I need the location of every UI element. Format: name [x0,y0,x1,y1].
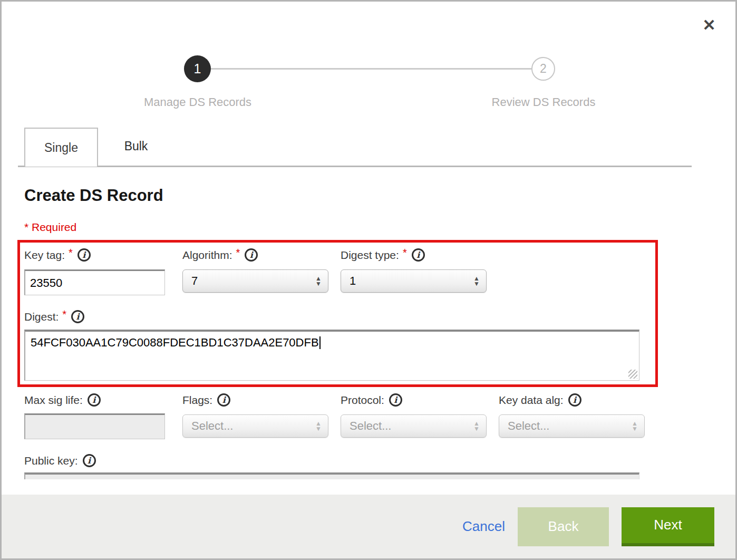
flags-select[interactable]: Select... ▲ ▼ [182,414,328,438]
select-arrows-icon: ▲ ▼ [632,421,638,431]
info-icon-glyph: i [573,396,576,404]
required-asterisk: * [69,247,73,259]
public-key-label-row: Public key: i [24,454,96,467]
info-icon[interactable]: i [389,393,402,407]
required-asterisk: * [236,247,240,259]
close-icon[interactable]: ✕ [699,14,720,35]
info-icon-glyph: i [76,313,80,321]
create-ds-record-modal: ✕ 1 2 Manage DS Records Review DS Record… [0,0,737,560]
info-icon[interactable]: i [88,393,101,407]
digest-type-label-row: Digest type: * i [341,248,425,262]
modal-footer: Cancel Back Next [2,495,735,558]
info-icon-glyph: i [82,251,85,259]
arrow-down-icon: ▼ [473,281,480,286]
required-asterisk: * [62,308,66,321]
max-sig-life-label: Max sig life: [24,394,83,407]
protocol-label: Protocol: [341,394,384,407]
step-2-circle: 2 [531,57,555,81]
key-tag-label: Key tag: [24,249,65,262]
max-sig-life-input[interactable] [24,413,165,439]
arrow-down-icon: ▼ [315,426,322,431]
info-icon[interactable]: i [71,310,84,323]
digest-type-select[interactable]: 1 ▲ ▼ [341,269,487,293]
text-caret [319,336,321,349]
select-arrows-icon: ▲ ▼ [473,421,480,431]
info-icon[interactable]: i [412,248,425,262]
flags-label: Flags: [182,394,212,407]
algorithm-label: Algorithm: [182,249,232,262]
key-tag-label-row: Key tag: * i [24,248,91,262]
algorithm-select[interactable]: 7 ▲ ▼ [182,269,328,293]
info-icon[interactable]: i [217,393,230,407]
flags-select-value: Select... [191,419,233,433]
digest-label: Digest: [24,311,59,323]
public-key-label: Public key: [24,455,78,467]
digest-type-label: Digest type: [341,249,399,262]
digest-type-select-value: 1 [350,274,356,288]
select-arrows-icon: ▲ ▼ [315,421,322,431]
info-icon[interactable]: i [83,454,96,467]
key-data-alg-select-value: Select... [508,419,549,433]
info-icon-glyph: i [416,251,420,259]
step-1-circle: 1 [184,55,211,82]
arrow-down-icon: ▼ [632,426,638,431]
resize-handle[interactable] [628,370,637,379]
info-icon-glyph: i [222,396,226,404]
step-2-label: Review DS Records [459,95,628,109]
required-asterisk: * [403,247,407,259]
max-sig-life-label-row: Max sig life: i [24,393,101,407]
tab-bulk[interactable]: Bulk [99,128,173,165]
key-data-alg-label-row: Key data alg: i [499,393,581,407]
tab-divider-line [18,166,692,167]
digest-textarea[interactable]: 54FCF030AA1C79C0088FDEC1BD1C37DAA2E70DFB [24,330,639,381]
info-icon[interactable]: i [245,248,258,262]
key-data-alg-select[interactable]: Select... ▲ ▼ [499,414,645,438]
arrow-down-icon: ▼ [473,426,480,431]
arrow-down-icon: ▼ [315,281,322,286]
algorithm-label-row: Algorithm: * i [182,248,258,262]
step-1-label: Manage DS Records [113,95,282,109]
select-arrows-icon: ▲ ▼ [473,276,480,286]
flags-label-row: Flags: i [182,393,230,407]
info-icon-glyph: i [250,251,253,259]
cancel-button[interactable]: Cancel [462,518,505,535]
required-note: * Required [24,221,76,234]
digest-label-row: Digest: * i [24,310,84,323]
next-button[interactable]: Next [622,507,714,546]
digest-value: 54FCF030AA1C79C0088FDEC1BD1C37DAA2E70DFB [31,336,319,349]
info-icon-glyph: i [394,396,397,404]
tab-single[interactable]: Single [24,128,98,167]
step-connector-line [211,68,531,70]
key-data-alg-label: Key data alg: [499,394,564,407]
info-icon-glyph: i [92,396,95,404]
select-arrows-icon: ▲ ▼ [315,276,322,286]
info-icon-glyph: i [88,457,91,465]
info-icon[interactable]: i [77,248,91,262]
back-button[interactable]: Back [518,507,609,546]
protocol-select[interactable]: Select... ▲ ▼ [341,414,487,438]
public-key-textarea[interactable] [24,472,639,479]
page-title: Create DS Record [24,186,163,205]
key-tag-input[interactable] [24,269,165,295]
protocol-label-row: Protocol: i [341,393,402,407]
info-icon[interactable]: i [568,393,581,407]
protocol-select-value: Select... [350,419,391,433]
algorithm-select-value: 7 [191,274,198,288]
